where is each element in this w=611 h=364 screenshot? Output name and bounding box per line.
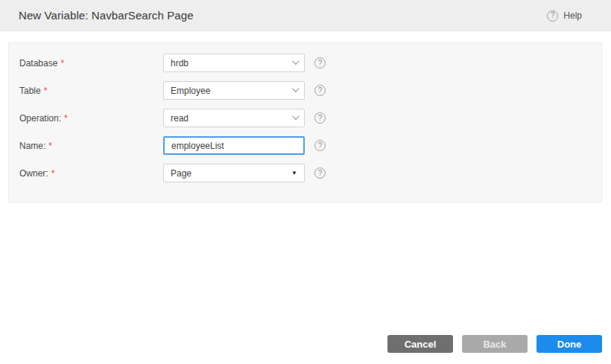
name-input[interactable] (163, 136, 305, 155)
database-help-icon[interactable]: ? (314, 57, 326, 68)
field-row-database: Database* hrdb ? (19, 54, 601, 72)
help-label: Help (563, 10, 582, 21)
operation-dropdown-value: read (171, 113, 288, 124)
owner-label: Owner: (19, 168, 48, 179)
database-label-wrap: Database* (19, 58, 163, 68)
owner-select-value: Page (171, 168, 287, 179)
page-title: New Variable: NavbarSearch Page (19, 9, 194, 22)
operation-help-icon[interactable]: ? (314, 112, 326, 124)
field-row-owner: Owner:* Page ▼ ? (19, 164, 601, 182)
owner-help-icon[interactable]: ? (314, 167, 326, 179)
help-button[interactable]: ? Help (547, 0, 582, 31)
owner-select[interactable]: Page ▼ (163, 164, 305, 182)
field-row-operation: Operation:* read ? (19, 109, 601, 127)
owner-label-wrap: Owner:* (19, 168, 163, 179)
field-row-table: Table* Employee ? (19, 81, 601, 100)
required-asterisk: * (64, 113, 68, 124)
table-help-icon[interactable]: ? (314, 85, 326, 96)
required-asterisk: * (44, 86, 48, 96)
name-label-wrap: Name:* (19, 141, 163, 151)
table-label-wrap: Table* (19, 86, 163, 96)
database-dropdown-value: hrdb (171, 58, 288, 68)
name-label: Name: (19, 141, 45, 151)
required-asterisk: * (51, 168, 55, 179)
table-dropdown[interactable]: Employee (163, 81, 305, 100)
operation-dropdown[interactable]: read (163, 109, 305, 127)
back-button[interactable]: Back (462, 335, 528, 353)
table-label: Table (19, 86, 41, 96)
select-arrow-icon: ▼ (291, 170, 297, 176)
help-circle-icon: ? (547, 10, 558, 22)
operation-label-wrap: Operation:* (19, 113, 163, 124)
chevron-down-icon (292, 85, 300, 92)
form-panel: Database* hrdb ? Table* Employee ? Opera… (8, 42, 602, 202)
chevron-down-icon (292, 57, 300, 65)
required-asterisk: * (48, 141, 52, 151)
done-button[interactable]: Done (536, 335, 602, 353)
field-row-name: Name:* ? (19, 136, 601, 155)
table-dropdown-value: Employee (171, 86, 288, 96)
cancel-button[interactable]: Cancel (387, 335, 453, 353)
dialog-footer: Cancel Back Done (387, 335, 602, 353)
name-help-icon[interactable]: ? (314, 140, 326, 151)
required-asterisk: * (60, 58, 64, 68)
database-dropdown[interactable]: hrdb (163, 54, 305, 72)
database-label: Database (19, 58, 57, 68)
chevron-down-icon (292, 112, 300, 120)
dialog-header: New Variable: NavbarSearch Page ? Help (0, 0, 611, 31)
operation-label: Operation: (19, 113, 61, 124)
